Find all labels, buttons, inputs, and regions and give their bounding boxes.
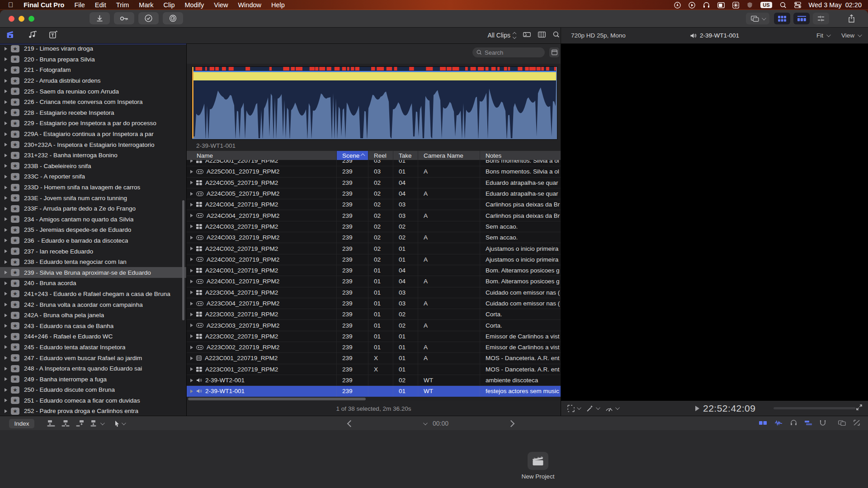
fit-dropdown[interactable]: Fit [816, 32, 830, 39]
table-horizontal-scrollbar[interactable] [188, 398, 366, 400]
keyword-collection-item[interactable]: ★233D - Homem snifa na lavagem de carros [0, 182, 186, 193]
list-view-button[interactable] [538, 32, 546, 39]
keyword-collection-item[interactable]: ★251 - Eduardo comeca a ficar com duvida… [0, 395, 186, 406]
clip-row[interactable]: A224C002_220719_RPM22390201AAjustamos o … [187, 254, 561, 265]
background-tasks-button[interactable] [138, 12, 159, 24]
clip-row[interactable]: A223C004_220719_RPM22390103ACuidado com … [187, 298, 561, 309]
audio-menu-icon[interactable] [703, 2, 710, 8]
keyword-collection-item[interactable]: ★229 - Estagiario poe Inspetora a par do… [0, 118, 186, 129]
play-icon[interactable] [695, 406, 699, 411]
column-header-notes[interactable]: Notes [480, 151, 561, 160]
view-dropdown[interactable]: View [841, 32, 861, 39]
menu-help[interactable]: Help [266, 1, 290, 9]
clip-row[interactable]: A223C003_220719_RPM22390102Corta. [187, 309, 561, 320]
show-browser-toggle[interactable] [774, 13, 790, 24]
keyword-collection-item[interactable]: ★244+246 - Rafael e Eduardo WC [0, 331, 186, 342]
keyword-collection-item[interactable]: ★220 - Bruna prepara Silvia [0, 54, 186, 65]
audio-skimming-button[interactable] [790, 419, 797, 427]
menu-window[interactable]: Window [233, 1, 266, 9]
menubar-clock[interactable]: Wed 3 May 02:20 [809, 1, 862, 9]
menu-mark[interactable]: Mark [134, 1, 158, 9]
close-window-button[interactable] [9, 16, 14, 22]
chevron-down-icon[interactable] [423, 421, 428, 425]
viewer-scrub-track[interactable] [774, 407, 856, 409]
keyword-collection-item[interactable]: ★248 - A Inspetora entra quando Eduardo … [0, 363, 186, 374]
photos-audio-sidebar-tab[interactable] [28, 30, 37, 41]
spotlight-icon[interactable] [780, 2, 787, 9]
keyword-collection-item[interactable]: ★233F - Arruda parte dedo a Ze do Frango [0, 203, 186, 214]
apple-menu-icon[interactable]:  [8, 1, 13, 9]
disclosure-triangle-icon[interactable] [190, 334, 193, 338]
disclosure-triangle-icon[interactable] [5, 111, 7, 114]
keyword-collection-item[interactable]: ★237 - Ian recebe Eduardo [0, 246, 186, 257]
clip-row[interactable]: A224C003_220719_RPM22390202Sem accao. [187, 221, 561, 232]
sidebar-scrollbar[interactable] [182, 200, 184, 320]
keyword-editor-button[interactable] [114, 12, 134, 24]
menu-view[interactable]: View [209, 1, 233, 9]
disclosure-triangle-icon[interactable] [5, 314, 7, 317]
connect-clip-button[interactable] [47, 420, 55, 427]
disclosure-triangle-icon[interactable] [190, 346, 193, 349]
disclosure-triangle-icon[interactable] [190, 225, 193, 228]
disclosure-triangle-icon[interactable] [190, 302, 193, 305]
disclosure-triangle-icon[interactable] [5, 335, 7, 338]
column-header-name[interactable]: Name [187, 151, 336, 160]
keyword-collection-item[interactable]: ★240 - Bruna acorda [0, 278, 186, 289]
vpn-shield-icon[interactable] [747, 2, 753, 8]
clip-appearance-button[interactable] [759, 419, 767, 427]
disclosure-triangle-icon[interactable] [190, 367, 193, 371]
dual-viewer-button[interactable] [838, 419, 846, 427]
disclosure-triangle-icon[interactable] [5, 388, 7, 392]
disclosure-triangle-icon[interactable] [5, 345, 7, 349]
disclosure-triangle-icon[interactable] [5, 164, 7, 168]
titles-generators-sidebar-tab[interactable] [49, 30, 58, 41]
connect-display-dropdown[interactable] [746, 13, 769, 24]
disclosure-triangle-icon[interactable] [5, 217, 7, 221]
menu-clip[interactable]: Clip [159, 1, 180, 9]
clip-row[interactable]: A224C004_220719_RPM22390203ACarlinhos pi… [187, 210, 561, 221]
disclosure-triangle-icon[interactable] [190, 247, 193, 250]
keyboard-layout-menu[interactable]: US [760, 2, 772, 8]
clip-row[interactable]: 2-39-WT1-00123901WTfestejos actores sem … [187, 386, 561, 397]
minimize-window-button[interactable] [19, 16, 24, 22]
column-header-reel[interactable]: Reel [368, 151, 393, 160]
keyword-collection-item[interactable]: ★234 - Amigos cantam no quarto da Silvia [0, 214, 186, 225]
keyword-collection-item[interactable]: ★243 - Eduardo na casa de Banha [0, 320, 186, 331]
keyword-collection-item[interactable]: ★245 - Eduardo tenta afastar Inspetora [0, 342, 186, 353]
disclosure-triangle-icon[interactable] [5, 260, 7, 264]
clip-row[interactable]: A224C003_220719_RPM22390202ASem accao. [187, 232, 561, 243]
disclosure-triangle-icon[interactable] [5, 122, 7, 125]
clip-row[interactable]: A224C005_220719_RPM22390204Eduardo atrap… [187, 178, 561, 188]
disclosure-triangle-icon[interactable] [190, 324, 193, 327]
disclosure-triangle-icon[interactable] [190, 192, 193, 196]
disclosure-triangle-icon[interactable] [5, 367, 7, 371]
keyword-collection-item[interactable]: ★219 - Limoes viram droga [0, 44, 186, 54]
fullscreen-icon[interactable] [856, 404, 863, 413]
keyword-collection-item[interactable]: ★242 - Bruna volta a acordar com campain… [0, 299, 186, 310]
clip-row[interactable]: A225C001_220719_RPM22390301ABons momento… [187, 166, 561, 177]
index-button[interactable]: Index [9, 419, 34, 428]
keyword-collection-item[interactable]: ★242A - Bruna olha pela janela [0, 310, 186, 321]
disclosure-triangle-icon[interactable] [190, 379, 193, 382]
disclosure-triangle-icon[interactable] [5, 356, 7, 360]
zoom-window-button[interactable] [28, 16, 34, 22]
keyword-collection-item[interactable]: ★241+243 - Eduardo e Rafael chegam a cas… [0, 289, 186, 300]
disclosure-triangle-icon[interactable] [5, 154, 7, 157]
disclosure-triangle-icon[interactable] [5, 89, 7, 93]
disclosure-triangle-icon[interactable] [5, 68, 7, 72]
audio-waveform-filmstrip[interactable] [192, 66, 557, 140]
disclosure-triangle-icon[interactable] [5, 186, 7, 189]
clip-row[interactable]: A224C001_220719_RPM22390104ABom. Alteram… [187, 276, 561, 287]
disclosure-triangle-icon[interactable] [190, 389, 193, 393]
timeline-fullscreen-button[interactable] [854, 419, 860, 427]
disclosure-triangle-icon[interactable] [5, 303, 7, 306]
keyword-collection-item[interactable]: ★252 - Padre prova droga e Carlinhos ent… [0, 406, 186, 416]
disclosure-triangle-icon[interactable] [5, 57, 7, 61]
clip-row[interactable]: A224C002_220719_RPM22390201Ajustamos o i… [187, 243, 561, 254]
new-project-button[interactable] [528, 452, 548, 470]
disclosure-triangle-icon[interactable] [5, 100, 7, 104]
disclosure-triangle-icon[interactable] [5, 239, 7, 242]
overwrite-clip-dropdown[interactable] [90, 420, 104, 427]
keyword-collection-item[interactable]: ★249 - Banha interrompe a fuga [0, 374, 186, 385]
show-timeline-toggle[interactable] [793, 13, 810, 24]
